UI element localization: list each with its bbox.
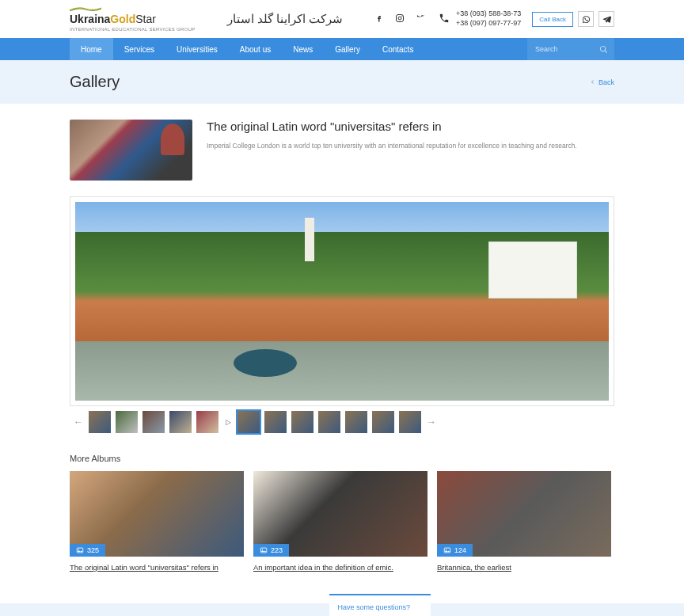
image-icon (260, 546, 268, 554)
callback-button[interactable]: Call Back (532, 12, 573, 27)
search-box[interactable] (527, 38, 614, 60)
thumbnail[interactable] (372, 411, 394, 433)
more-albums-heading: More Albums (70, 454, 614, 463)
album-image: 325 (70, 471, 244, 557)
thumbnail[interactable] (142, 411, 165, 433)
instagram-icon[interactable] (395, 13, 405, 25)
intro-body: Imperial College London is a world top t… (207, 141, 577, 151)
thumbnail[interactable] (116, 411, 138, 433)
thumbs-prev-arrow[interactable]: ← (73, 416, 84, 428)
album-image: 124 (437, 471, 611, 557)
album-card[interactable]: 223 An important idea in the definition … (253, 471, 428, 572)
nav-gallery[interactable]: Gallery (324, 38, 371, 60)
play-icon[interactable]: ▷ (223, 418, 233, 426)
search-input[interactable] (535, 45, 598, 53)
twitter-icon[interactable] (416, 13, 425, 25)
album-count-badge: 325 (70, 544, 105, 557)
telegram-icon[interactable] (598, 11, 614, 27)
question-box: Have some questions? Write a letter to u… (329, 594, 431, 616)
svg-point-8 (446, 549, 446, 550)
thumbnail[interactable] (318, 411, 340, 433)
back-link[interactable]: Back (590, 78, 614, 86)
svg-point-4 (78, 549, 79, 550)
site-logo[interactable]: UkrainaGoldStar INTERNATIONAL EDUCATIONA… (70, 6, 196, 32)
chevron-left-icon (590, 79, 595, 85)
album-title: The original Latin word "universitas" re… (70, 563, 244, 572)
thumbnail[interactable] (196, 411, 218, 433)
thumbs-next-arrow[interactable]: → (426, 416, 437, 428)
album-image: 223 (253, 471, 428, 557)
svg-point-1 (398, 17, 401, 20)
thumbnail[interactable] (264, 411, 287, 433)
album-count-badge: 124 (437, 544, 473, 557)
svg-point-6 (262, 549, 263, 550)
thumbnail[interactable] (399, 411, 421, 433)
phone-number-2: +38 (097) 097-77-97 (456, 19, 521, 29)
album-title: Britannica, the earliest (437, 563, 611, 572)
search-icon (599, 45, 608, 54)
logo-tagline: INTERNATIONAL EDUCATIONAL SERVICES GROUP (70, 27, 196, 32)
image-icon (443, 546, 451, 554)
arabic-title: شرکت اکراینا گلد استار (227, 12, 344, 26)
thumbnail[interactable] (89, 411, 111, 433)
facebook-icon[interactable] (374, 13, 384, 25)
intro-heading: The original Latin word "universitas" re… (207, 120, 577, 133)
nav-about[interactable]: About us (229, 38, 282, 60)
phone-icon (439, 13, 450, 25)
thumbnail[interactable] (169, 411, 192, 433)
svg-point-2 (401, 16, 402, 17)
question-title: Have some questions? (337, 603, 423, 611)
album-title: An important idea in the definition of e… (253, 563, 428, 572)
nav-services[interactable]: Services (113, 38, 165, 60)
thumbnail[interactable] (345, 411, 367, 433)
intro-image (70, 120, 192, 181)
album-count-badge: 223 (253, 544, 289, 557)
logo-swoosh-icon (70, 6, 101, 11)
album-card[interactable]: 325 The original Latin word "universitas… (70, 471, 244, 572)
phone-number-1: +38 (093) 588-38-73 (456, 10, 521, 19)
nav-home[interactable]: Home (70, 38, 113, 60)
image-icon (76, 546, 84, 554)
nav-universities[interactable]: Universities (165, 38, 229, 60)
album-card[interactable]: 124 Britannica, the earliest (437, 471, 611, 572)
nav-contacts[interactable]: Contacts (371, 38, 424, 60)
thumbnail-selected[interactable] (238, 411, 260, 433)
gallery-main-image[interactable] (70, 196, 614, 406)
nav-news[interactable]: News (282, 38, 324, 60)
page-title: Gallery (70, 73, 120, 91)
thumbnail[interactable] (291, 411, 314, 433)
whatsapp-icon[interactable] (578, 11, 594, 27)
